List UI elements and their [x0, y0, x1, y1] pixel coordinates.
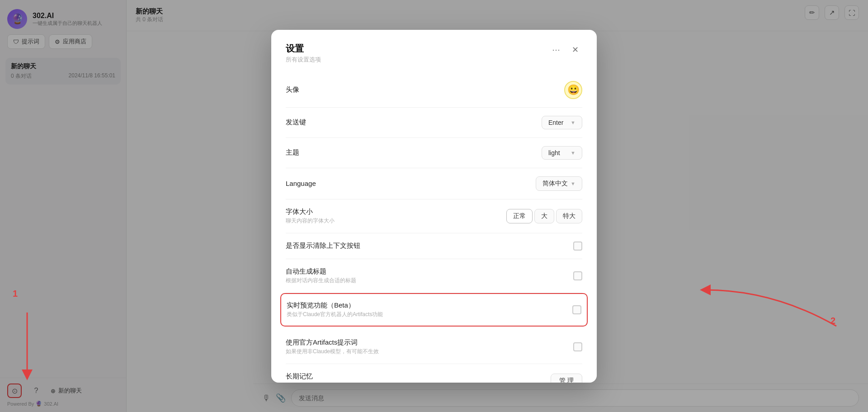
- settings-label-send-key: 发送键: [286, 118, 306, 127]
- font-size-controls: 正常 大 特大: [506, 209, 582, 223]
- font-size-xlarge[interactable]: 特大: [556, 209, 582, 223]
- modal-header-actions: ⋯ ✕: [549, 43, 582, 57]
- language-value: 简体中文: [542, 180, 568, 188]
- settings-label-theme: 主题: [286, 148, 299, 157]
- modal-expand-btn[interactable]: ⋯: [549, 43, 563, 57]
- settings-row-auto-title: 自动生成标题 根据对话内容生成合适的标题: [286, 259, 582, 293]
- theme-dropdown[interactable]: light ▼: [542, 146, 582, 160]
- font-size-large[interactable]: 大: [534, 209, 554, 223]
- artifacts-checkbox[interactable]: [573, 342, 582, 351]
- modal-close-btn[interactable]: ✕: [568, 43, 582, 57]
- settings-label-long-memory: 长期记忆 让机器人记住关于你的信息,此记忆可以本地储存或跟随聊天记录上传: [286, 372, 450, 383]
- theme-value: light: [548, 149, 560, 156]
- send-key-dropdown[interactable]: Enter ▼: [542, 116, 582, 129]
- modal-close-icon: ✕: [572, 45, 579, 55]
- annotation-label-1: 1: [13, 289, 18, 299]
- settings-row-theme: 主题 light ▼: [286, 138, 582, 168]
- settings-label-avatar: 头像: [286, 85, 299, 94]
- arrow-2: [683, 245, 841, 335]
- chevron-down-icon-2: ▼: [571, 150, 576, 156]
- modal-title-group: 设置 所有设置选项: [286, 43, 321, 64]
- settings-label-artifacts: 使用官方Artifacts提示词 如果使用非Claude模型，有可能不生效: [286, 338, 379, 355]
- modal-subtitle: 所有设置选项: [286, 56, 321, 64]
- language-dropdown[interactable]: 简体中文 ▼: [536, 176, 582, 191]
- settings-row-artifacts: 使用官方Artifacts提示词 如果使用非Claude模型，有可能不生效: [286, 330, 582, 364]
- avatar-emoji[interactable]: 😀: [564, 81, 582, 99]
- chevron-down-icon-3: ▼: [571, 181, 576, 186]
- settings-row-language: Language 简体中文 ▼: [286, 168, 582, 199]
- realtime-preview-checkbox[interactable]: [572, 305, 581, 314]
- settings-modal: 设置 所有设置选项 ⋯ ✕ 头像 😀 发送键 Enter ▼: [271, 30, 597, 383]
- settings-row-send-key: 发送键 Enter ▼: [286, 108, 582, 138]
- settings-label-language: Language: [286, 180, 316, 187]
- auto-title-checkbox[interactable]: [573, 271, 582, 280]
- modal-header: 设置 所有设置选项 ⋯ ✕: [286, 43, 582, 64]
- font-size-normal[interactable]: 正常: [506, 209, 533, 223]
- settings-row-long-memory: 长期记忆 让机器人记住关于你的信息,此记忆可以本地储存或跟随聊天记录上传 管 理: [286, 364, 582, 383]
- settings-row-realtime-preview: 实时预览功能（Beta） 类似于Claude官方机器人的Artifacts功能: [280, 293, 588, 327]
- settings-row-font-size: 字体大小 聊天内容的字体大小 正常 大 特大: [286, 199, 582, 233]
- manage-memory-btn[interactable]: 管 理: [551, 374, 582, 383]
- settings-row-context: 是否显示清除上下文按钮: [286, 233, 582, 259]
- settings-label-context: 是否显示清除上下文按钮: [286, 242, 360, 250]
- context-checkbox[interactable]: [573, 242, 582, 251]
- settings-label-font-size: 字体大小 聊天内容的字体大小: [286, 208, 335, 225]
- chevron-down-icon: ▼: [571, 120, 576, 125]
- send-key-value: Enter: [548, 119, 563, 126]
- settings-row-avatar: 头像 😀: [286, 73, 582, 108]
- settings-label-auto-title: 自动生成标题 根据对话内容生成合适的标题: [286, 267, 356, 284]
- settings-label-realtime-preview: 实时预览功能（Beta） 类似于Claude官方机器人的Artifacts功能: [287, 301, 383, 318]
- arrow-1: [9, 308, 45, 380]
- modal-title: 设置: [286, 43, 321, 55]
- modal-expand-icon: ⋯: [552, 45, 560, 55]
